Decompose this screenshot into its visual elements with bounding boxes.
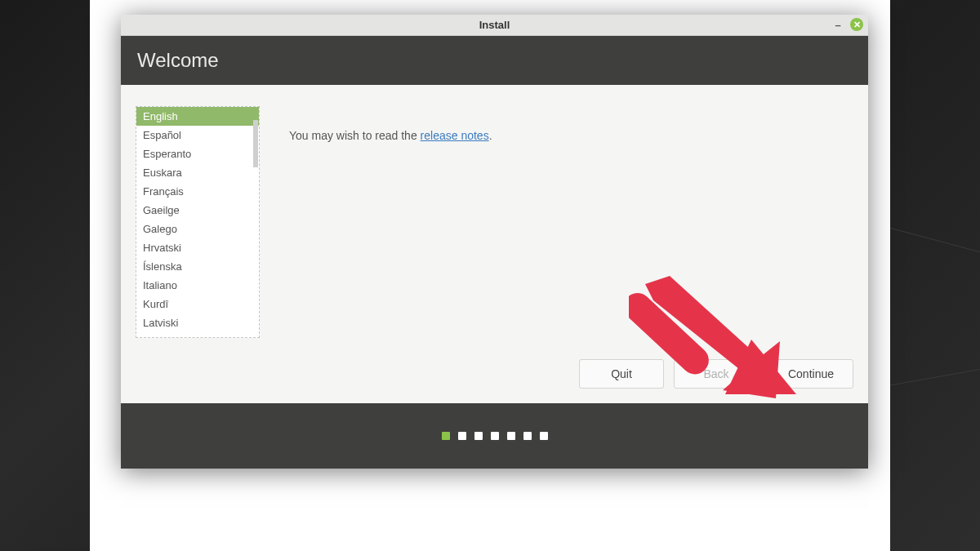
language-option[interactable]: English bbox=[136, 107, 259, 126]
content-area: EnglishEspañolEsperantoEuskaraFrançaisGa… bbox=[121, 85, 868, 403]
release-notes-link[interactable]: release notes bbox=[421, 129, 489, 142]
installer-window: Install – ✕ Welcome EnglishEspañolEspera… bbox=[121, 15, 868, 469]
quit-button[interactable]: Quit bbox=[579, 359, 664, 389]
language-option[interactable]: Esperanto bbox=[136, 144, 259, 163]
close-button[interactable]: ✕ bbox=[850, 18, 863, 31]
progress-strip bbox=[121, 403, 868, 469]
step-indicator bbox=[540, 432, 548, 440]
release-notes-text: You may wish to read the release notes. bbox=[289, 129, 492, 382]
step-indicator bbox=[507, 432, 515, 440]
continue-button[interactable]: Continue bbox=[768, 359, 853, 389]
language-option[interactable]: Íslenska bbox=[136, 257, 259, 276]
language-option[interactable]: Latviski bbox=[136, 313, 259, 332]
close-icon: ✕ bbox=[853, 20, 861, 30]
window-title: Install bbox=[479, 19, 510, 31]
language-list[interactable]: EnglishEspañolEsperantoEuskaraFrançaisGa… bbox=[136, 106, 260, 338]
step-indicator bbox=[491, 432, 499, 440]
minimize-button[interactable]: – bbox=[832, 19, 844, 30]
language-option[interactable]: Français bbox=[136, 182, 259, 201]
page-header: Welcome bbox=[121, 36, 868, 85]
back-button: Back bbox=[674, 359, 759, 389]
language-option[interactable]: Kurdî bbox=[136, 295, 259, 313]
language-option[interactable]: Gaeilge bbox=[136, 201, 259, 220]
language-option[interactable]: Español bbox=[136, 126, 259, 144]
page-title: Welcome bbox=[137, 49, 219, 72]
step-indicator bbox=[474, 432, 483, 440]
language-option[interactable]: Italiano bbox=[136, 276, 259, 295]
language-option[interactable]: Euskara bbox=[136, 163, 259, 182]
language-option[interactable]: Galego bbox=[136, 220, 259, 238]
nav-button-row: Quit Back Continue bbox=[579, 359, 853, 389]
scrollbar-thumb[interactable] bbox=[253, 120, 258, 167]
release-notes-prefix: You may wish to read the bbox=[289, 129, 421, 142]
step-indicator bbox=[523, 432, 532, 440]
step-indicator bbox=[458, 432, 466, 440]
language-option[interactable]: Hrvatski bbox=[136, 238, 259, 257]
titlebar[interactable]: Install – ✕ bbox=[121, 15, 868, 36]
step-indicator bbox=[442, 432, 450, 440]
release-notes-suffix: . bbox=[489, 129, 492, 142]
window-controls: – ✕ bbox=[832, 18, 863, 31]
